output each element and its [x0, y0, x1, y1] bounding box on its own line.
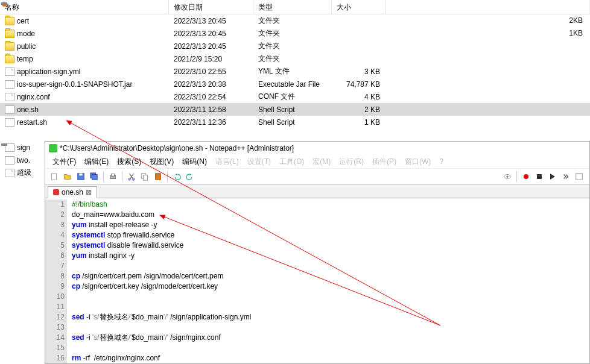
- eye-icon[interactable]: [502, 171, 513, 182]
- menu-item[interactable]: 视图(V): [146, 155, 177, 168]
- file-name: ios-super-sign-0.0.1-SNAPSHOT.jar: [17, 80, 132, 89]
- save-button[interactable]: [75, 171, 86, 182]
- file-name: restart.sh: [17, 118, 47, 127]
- file-type: Shell Script: [253, 118, 332, 127]
- menu-item[interactable]: 语言(L): [212, 155, 243, 168]
- window-titlebar[interactable]: *C:\Users\Administrator\Desktop\sign\one…: [45, 142, 589, 155]
- col-header-size[interactable]: 大小: [332, 0, 386, 14]
- undo-button[interactable]: [171, 171, 182, 182]
- line-number: 16: [48, 353, 65, 363]
- sh-icon: [5, 118, 14, 127]
- sh-icon: [5, 156, 14, 165]
- file-row[interactable]: two.: [0, 154, 45, 166]
- file-icon: [5, 67, 14, 76]
- code-line[interactable]: rm -rf /etc/nginx/nginx.conf: [72, 353, 589, 363]
- file-type: YML 文件: [253, 66, 332, 77]
- code-line[interactable]: [72, 292, 589, 302]
- col-header-name[interactable]: 名称: [0, 0, 169, 14]
- macro-repeat-button[interactable]: [560, 171, 571, 182]
- code-editor[interactable]: 1234567891011121314151617181920 #!/bin/b…: [45, 199, 589, 363]
- open-file-button[interactable]: [62, 171, 73, 182]
- macro-play-button[interactable]: [547, 171, 558, 182]
- code-line[interactable]: yum install nginx -y: [72, 251, 589, 261]
- file-row[interactable]: restart.sh2022/3/11 12:36Shell Script1 K…: [0, 116, 590, 128]
- code-line[interactable]: do_main=www.baidu.com: [72, 210, 589, 220]
- file-type: Shell Script: [253, 105, 332, 114]
- new-file-button[interactable]: [49, 171, 60, 182]
- file-type: 文件夹: [253, 41, 332, 51]
- svg-rect-0: [52, 174, 57, 180]
- col-header-type[interactable]: 类型: [253, 0, 332, 14]
- file-date: 2022/3/13 20:45: [169, 30, 253, 38]
- side-size: 2KB: [554, 14, 583, 27]
- svg-rect-4: [92, 175, 98, 180]
- file-row[interactable]: ios-super-sign-0.0.1-SNAPSHOT.jar2022/3/…: [0, 78, 590, 90]
- file-row[interactable]: application-sign.yml2022/3/10 22:55YML 文…: [0, 65, 590, 78]
- svg-rect-15: [576, 174, 583, 180]
- menu-item[interactable]: 文件(F): [49, 155, 80, 168]
- code-line[interactable]: yum install epel-release -y: [72, 220, 589, 230]
- menu-item[interactable]: 运行(R): [335, 155, 367, 168]
- menu-item[interactable]: 工具(O): [276, 155, 308, 168]
- macro-save-button[interactable]: [574, 171, 585, 182]
- file-row[interactable]: mode2022/3/13 20:45文件夹: [0, 27, 590, 40]
- print-button[interactable]: [107, 171, 118, 182]
- file-name: temp: [17, 55, 33, 63]
- menu-item[interactable]: ?: [436, 156, 447, 167]
- redo-button[interactable]: [185, 171, 195, 182]
- menu-item[interactable]: 编辑(E): [81, 155, 112, 168]
- line-number: 11: [48, 302, 65, 312]
- col-header-date[interactable]: 修改日期: [169, 0, 253, 14]
- line-number: 10: [48, 292, 65, 302]
- line-number: 4: [48, 230, 65, 240]
- file-name: application-sign.yml: [17, 67, 80, 76]
- menu-item[interactable]: 窗口(W): [401, 155, 434, 168]
- code-line[interactable]: systemctl stop firewalld.service: [72, 230, 589, 240]
- folder-icon: [5, 17, 14, 25]
- file-row[interactable]: one.sh2022/3/11 12:58Shell Script2 KB: [0, 103, 590, 116]
- code-line[interactable]: systemctl disable firewalld.service: [72, 240, 589, 251]
- code-line[interactable]: cp /sign/cert/cert.key /sign/mode/cert/c…: [72, 281, 589, 292]
- line-number: 13: [48, 322, 65, 333]
- file-size: 2 KB: [332, 105, 386, 114]
- sh-icon: [5, 105, 14, 114]
- notepad-window: *C:\Users\Administrator\Desktop\sign\one…: [45, 141, 590, 364]
- file-row[interactable]: cert2022/3/13 20:45文件夹: [0, 14, 590, 27]
- code-line[interactable]: [72, 322, 589, 333]
- line-number: 8: [48, 271, 65, 281]
- code-line[interactable]: [72, 343, 589, 353]
- menu-item[interactable]: 宏(M): [309, 155, 334, 168]
- menu-item[interactable]: 搜索(S): [113, 155, 145, 168]
- menu-item[interactable]: 编码(N): [179, 155, 211, 168]
- side-size: 1KB: [554, 27, 583, 40]
- macro-record-button[interactable]: [521, 171, 531, 182]
- code-area[interactable]: #!/bin/bashdo_main=www.baidu.comyum inst…: [67, 199, 589, 363]
- copy-button[interactable]: [139, 171, 150, 182]
- tab-label: one.sh: [62, 188, 83, 196]
- code-line[interactable]: sed -i 's/替换域名/'$do_main'/' /sign/applic…: [72, 312, 589, 322]
- code-line[interactable]: #!/bin/bash: [72, 199, 589, 210]
- file-row[interactable]: public2022/3/13 20:45文件夹: [0, 40, 590, 52]
- tab-close-icon[interactable]: ⊠: [86, 188, 92, 196]
- macro-stop-button[interactable]: [534, 171, 545, 182]
- cut-button[interactable]: [126, 171, 137, 182]
- folder-icon: [5, 55, 14, 63]
- file-type: CONF 文件: [253, 92, 332, 102]
- file-row[interactable]: nginx.conf2022/3/10 22:54CONF 文件4 KB: [0, 90, 590, 103]
- menu-item[interactable]: 插件(P): [369, 155, 400, 168]
- file-date: 2022/3/10 22:55: [169, 67, 253, 76]
- menu-item[interactable]: 设置(T): [244, 155, 274, 168]
- tab-one-sh[interactable]: one.sh ⊠: [48, 186, 97, 198]
- file-date: 2022/3/11 12:36: [169, 118, 253, 127]
- file-row[interactable]: 超级: [0, 166, 45, 179]
- code-line[interactable]: [72, 302, 589, 312]
- code-line[interactable]: cp /sign/cert/cert.pem /sign/mode/cert/c…: [72, 271, 589, 281]
- file-date: 2022/3/11 12:58: [169, 105, 253, 114]
- save-all-button[interactable]: [89, 171, 100, 182]
- file-name: nginx.conf: [17, 93, 50, 101]
- code-line[interactable]: [72, 261, 589, 271]
- file-date: 2022/3/13 20:38: [169, 80, 253, 89]
- code-line[interactable]: sed -i 's/替换域名/'$do_main'/' /sign/nginx.…: [72, 333, 589, 343]
- file-row[interactable]: temp2021/2/9 15:20文件夹: [0, 52, 590, 65]
- paste-button[interactable]: [153, 171, 163, 182]
